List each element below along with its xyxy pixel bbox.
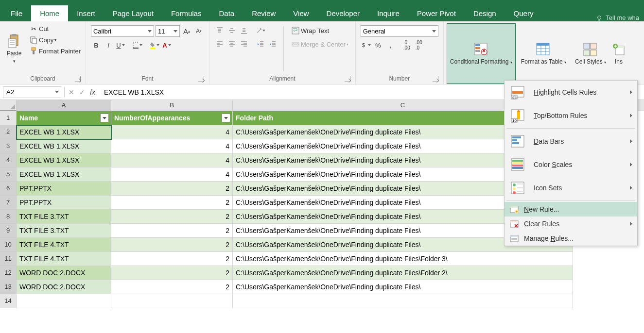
filter-button[interactable] xyxy=(222,114,230,122)
row-header-2[interactable]: 2 xyxy=(0,125,17,139)
number-launcher[interactable] xyxy=(433,76,438,82)
paste-button[interactable]: Paste▾ xyxy=(3,23,25,74)
row-header-13[interactable]: 13 xyxy=(0,280,17,294)
color-scales-item[interactable]: Color Scales xyxy=(505,153,637,176)
cell-a2[interactable]: EXCEL WB 1.XLSX xyxy=(17,125,111,139)
cell-b13[interactable]: 2 xyxy=(111,280,233,294)
tab-inquire[interactable]: Inquire xyxy=(368,5,408,21)
tab-query[interactable]: Query xyxy=(505,5,542,21)
copy-button[interactable]: Copy ▾ xyxy=(27,34,83,45)
cell-a5[interactable]: EXCEL WB 1.XLSX xyxy=(17,167,111,182)
row-header-4[interactable]: 4 xyxy=(0,153,17,167)
row-header-14[interactable]: 14 xyxy=(0,294,17,308)
top-bottom-rules-item[interactable]: 10 Top/Bottom Rules xyxy=(505,104,637,127)
underline-button[interactable]: U xyxy=(115,40,126,50)
tab-power-pivot[interactable]: Power Pivot xyxy=(408,5,465,21)
name-box[interactable]: A2 xyxy=(3,86,61,98)
cell-c11[interactable]: C:\Users\GašperKamenšek\OneDrive\Finding… xyxy=(233,252,573,266)
increase-decimal-button[interactable]: .0.00 xyxy=(401,40,412,50)
comma-button[interactable]: , xyxy=(385,40,396,50)
cell-a6[interactable]: PPT.PPTX xyxy=(17,182,111,196)
cell-a4[interactable]: EXCEL WB 1.XLSX xyxy=(17,153,111,167)
table-header-count[interactable]: NumberOfAppearances xyxy=(111,111,233,125)
accounting-format-button[interactable]: $ xyxy=(361,40,371,50)
table-header-name[interactable]: Name xyxy=(17,111,111,125)
align-left-button[interactable] xyxy=(214,39,225,50)
clipboard-launcher[interactable] xyxy=(75,76,81,82)
format-painter-button[interactable]: Format Painter xyxy=(27,46,83,56)
cell-b6[interactable]: 2 xyxy=(111,182,233,196)
increase-indent-button[interactable] xyxy=(267,39,278,50)
cell-a11[interactable]: TXT FILE 4.TXT xyxy=(17,252,111,266)
row-header-8[interactable]: 8 xyxy=(0,210,17,224)
cell-c14[interactable] xyxy=(233,294,573,308)
row-header-7[interactable]: 7 xyxy=(0,196,17,210)
cell-b9[interactable]: 2 xyxy=(111,224,233,238)
icon-sets-item[interactable]: Icon Sets xyxy=(505,176,637,200)
cell-b4[interactable]: 4 xyxy=(111,153,233,167)
cell-b7[interactable]: 2 xyxy=(111,196,233,210)
cell-b3[interactable]: 4 xyxy=(111,139,233,153)
cell-b5[interactable]: 4 xyxy=(111,167,233,182)
row-header-6[interactable]: 6 xyxy=(0,182,17,196)
cell-a7[interactable]: PPT.PPTX xyxy=(17,196,111,210)
select-all-corner[interactable] xyxy=(0,100,17,111)
manage-rules-item[interactable]: Manage Rules... xyxy=(505,231,637,246)
align-bottom-button[interactable] xyxy=(239,25,249,36)
tab-view[interactable]: View xyxy=(284,5,317,21)
cell-styles-button[interactable]: Cell Styles ▾ xyxy=(572,23,609,84)
align-right-button[interactable] xyxy=(239,39,249,50)
tell-me-search[interactable]: Tell me wha xyxy=(591,14,644,21)
orientation-button[interactable] xyxy=(255,25,266,36)
fill-color-button[interactable] xyxy=(149,40,160,50)
decrease-decimal-button[interactable]: .00.0 xyxy=(414,40,424,50)
col-header-a[interactable]: A xyxy=(17,100,111,111)
borders-button[interactable] xyxy=(132,40,143,50)
filter-button[interactable] xyxy=(100,114,109,122)
align-top-button[interactable] xyxy=(214,25,225,36)
tab-page-layout[interactable]: Page Layout xyxy=(104,5,162,21)
row-header-5[interactable]: 5 xyxy=(0,167,17,182)
cell-c12[interactable]: C:\Users\GašperKamenšek\OneDrive\Finding… xyxy=(233,266,573,280)
clear-rules-item[interactable]: Clear Rules xyxy=(505,216,637,231)
number-format-combo[interactable]: General xyxy=(361,25,438,37)
tab-insert[interactable]: Insert xyxy=(68,5,104,21)
increase-font-button[interactable]: A▴ xyxy=(181,26,192,36)
cell-b10[interactable]: 2 xyxy=(111,238,233,252)
row-header-10[interactable]: 10 xyxy=(0,238,17,252)
fx-button[interactable]: fx xyxy=(90,88,95,96)
tab-developer[interactable]: Developer xyxy=(318,5,368,21)
font-name-combo[interactable]: Calibri xyxy=(91,25,154,37)
cell-a10[interactable]: TXT FILE 4.TXT xyxy=(17,238,111,252)
row-header-9[interactable]: 9 xyxy=(0,224,17,238)
cell-a14[interactable] xyxy=(17,294,111,308)
tab-review[interactable]: Review xyxy=(243,5,284,21)
cell-b12[interactable]: 2 xyxy=(111,266,233,280)
align-center-button[interactable] xyxy=(226,39,237,50)
percent-button[interactable]: % xyxy=(373,40,383,50)
format-as-table-button[interactable]: Format as Table ▾ xyxy=(518,23,570,84)
wrap-text-button[interactable]: Wrap Text xyxy=(289,25,350,36)
cell-b14[interactable] xyxy=(111,294,233,308)
cell-b8[interactable]: 2 xyxy=(111,210,233,224)
cut-button[interactable]: ✂Cut xyxy=(27,23,83,34)
cell-a3[interactable]: EXCEL WB 1.XLSX xyxy=(17,139,111,153)
row-header-1[interactable]: 1 xyxy=(0,111,17,125)
cell-b11[interactable]: 2 xyxy=(111,252,233,266)
tab-formulas[interactable]: Formulas xyxy=(162,5,210,21)
insert-button[interactable]: Ins xyxy=(611,23,626,84)
row-header-11[interactable]: 11 xyxy=(0,252,17,266)
align-middle-button[interactable] xyxy=(226,25,237,36)
tab-data[interactable]: Data xyxy=(210,5,243,21)
font-size-combo[interactable]: 11 xyxy=(156,25,180,37)
decrease-font-button[interactable]: A▾ xyxy=(193,26,204,36)
cell-c13[interactable]: C:\Users\GašperKamenšek\OneDrive\Finding… xyxy=(233,280,573,294)
col-header-b[interactable]: B xyxy=(111,100,233,111)
cancel-formula-button[interactable]: ✕ xyxy=(69,88,74,96)
font-launcher[interactable] xyxy=(198,76,204,82)
decrease-indent-button[interactable] xyxy=(255,39,266,50)
row-header-3[interactable]: 3 xyxy=(0,139,17,153)
cell-a9[interactable]: TXT FILE 3.TXT xyxy=(17,224,111,238)
enter-formula-button[interactable]: ✓ xyxy=(79,88,85,96)
highlight-cells-rules-item[interactable]: ≤≥ Highlight Cells Rules xyxy=(505,81,637,104)
